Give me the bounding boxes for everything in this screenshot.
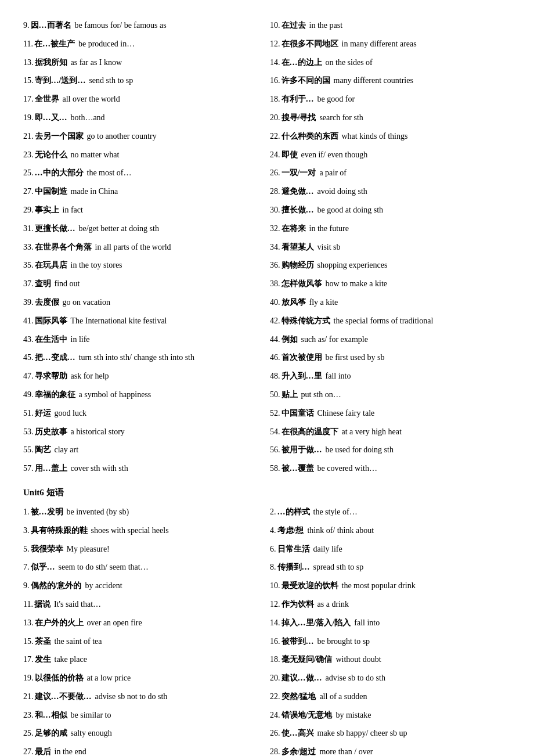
- item-zh: 发生: [35, 653, 51, 667]
- list-item: 58.被…覆盖be covered with…: [270, 460, 511, 477]
- list-item: 41.国际风筝The International kite festival: [23, 313, 264, 329]
- list-item: 56.被用于做…be used for doing sth: [270, 442, 511, 458]
- item-zh: 例如: [282, 333, 298, 347]
- item-en: the saint of tea: [55, 635, 102, 649]
- item-en: a historical story: [71, 425, 125, 439]
- item-zh: 在…被生产: [34, 37, 75, 51]
- item-zh: 购物经历: [282, 258, 314, 272]
- item-num: 15.: [23, 74, 34, 88]
- item-zh: 有利于…: [282, 92, 314, 106]
- item-en: advise sb to do sth: [326, 671, 385, 685]
- item-num: 7.: [23, 560, 30, 574]
- item-num: 57.: [23, 462, 34, 476]
- item-num: 13.: [23, 616, 34, 630]
- list-item: 18.毫无疑问/确信without doubt: [270, 651, 511, 668]
- item-num: 9.: [23, 19, 30, 33]
- list-item: 11.在…被生产be produced in…: [23, 36, 264, 52]
- list-item: 38.怎样做风筝how to make a kite: [270, 276, 511, 292]
- item-en: daily life: [313, 542, 342, 556]
- list-item: 21.建议…不要做…advise sb not to do sth: [23, 689, 264, 705]
- list-item: 28.多余/超过more than / over: [270, 744, 511, 756]
- item-zh: 毫无疑问/确信: [282, 653, 333, 667]
- item-en: be famous for/ be famous as: [75, 19, 167, 33]
- list-item: 51.好运good luck: [23, 405, 264, 422]
- list-item: 42.特殊传统方式the special forms of traditiona…: [270, 313, 511, 329]
- item-en: avoid doing sth: [317, 185, 367, 199]
- item-zh: 特殊传统方式: [282, 314, 330, 328]
- item-zh: 看望某人: [282, 240, 314, 254]
- list-item: 16.许多不同的国many different countries: [270, 73, 511, 89]
- list-item: 23.无论什么no matter what: [23, 147, 264, 163]
- item-num: 14.: [270, 56, 280, 70]
- item-en: in life: [71, 333, 90, 347]
- item-num: 24.: [270, 148, 280, 162]
- item-zh: 把…变成…: [35, 351, 75, 365]
- item-zh: 放风筝: [282, 296, 306, 309]
- list-item: 49.幸福的象征a symbol of happiness: [23, 387, 264, 403]
- item-num: 16.: [270, 635, 280, 649]
- item-zh: 茶圣: [35, 635, 51, 649]
- list-item: 15.寄到…/送到…send sth to sp: [23, 73, 264, 89]
- item-zh: 好运: [35, 406, 51, 420]
- item-en: go to another country: [87, 129, 157, 143]
- item-en: The International kite festival: [71, 314, 167, 328]
- list-item: 13.在户外的火上over an open fire: [23, 615, 264, 631]
- item-num: 11.: [23, 37, 33, 51]
- list-item: 3.具有特殊跟的鞋shoes with special heels: [23, 523, 264, 539]
- item-zh: 似乎…: [31, 560, 55, 574]
- item-zh: 考虑/想: [277, 524, 304, 538]
- list-item: 10.在过去in the past: [270, 17, 511, 34]
- item-zh: 去另一个国家: [35, 129, 84, 143]
- item-num: 49.: [23, 388, 34, 402]
- list-item: 9.因…而著名be famous for/ be famous as: [23, 17, 264, 34]
- item-zh: 多余/超过: [282, 745, 316, 756]
- item-zh: 在将来: [282, 222, 306, 236]
- item-num: 56.: [270, 443, 280, 457]
- item-zh: 最后: [35, 745, 51, 756]
- item-en: over an open fire: [87, 616, 142, 630]
- item-num: 2.: [270, 505, 276, 519]
- item-num: 23.: [23, 708, 34, 722]
- item-num: 36.: [270, 258, 280, 272]
- list-item: 7.似乎…seem to do sth/ seem that…: [23, 559, 264, 575]
- item-zh: 无论什么: [35, 148, 67, 162]
- list-item: 20.搜寻/寻找search for sth: [270, 110, 511, 126]
- item-en: take place: [55, 653, 87, 667]
- item-num: 45.: [23, 351, 34, 365]
- item-num: 20.: [270, 111, 280, 125]
- list-item: 17.全世界all over the world: [23, 91, 264, 107]
- list-item: 5.我很荣幸My pleasure!: [23, 541, 264, 557]
- list-item: 35.在玩具店in the toy stores: [23, 257, 264, 273]
- item-en: be produced in…: [78, 37, 135, 51]
- list-item: 21.去另一个国家go to another country: [23, 128, 264, 145]
- list-item: 48.升入到…里fall into: [270, 368, 511, 384]
- list-item: 30.擅长做…be good at doing sth: [270, 202, 511, 218]
- item-zh: 被带到…: [282, 635, 314, 649]
- item-zh: …中的大部分: [35, 166, 84, 180]
- item-en: spread sth to sp: [313, 560, 364, 574]
- list-item: 23.和…相似be similar to: [23, 707, 264, 723]
- item-en: fall into: [326, 369, 351, 383]
- list-item: 10.最受欢迎的饮料the most popular drink: [270, 578, 511, 594]
- item-en: be used for doing sth: [326, 443, 394, 457]
- item-num: 55.: [23, 443, 34, 457]
- item-en: all over the world: [63, 92, 120, 106]
- list-item: 29.事实上in fact: [23, 202, 264, 218]
- item-zh: 足够的咸: [35, 726, 67, 740]
- item-zh: 避免做…: [282, 185, 314, 199]
- item-zh: 在很高的温度下: [282, 425, 338, 439]
- item-en: in the future: [309, 222, 349, 236]
- item-en: make sb happy/ cheer sb up: [317, 726, 407, 740]
- item-en: on the sides of: [326, 56, 373, 70]
- item-num: 38.: [270, 277, 280, 291]
- item-num: 52.: [270, 406, 280, 420]
- item-zh: 怎样做风筝: [282, 277, 322, 291]
- item-en: send sth to sp: [89, 74, 133, 88]
- item-en: in the toy stores: [71, 258, 122, 272]
- list-item: 16.被带到…be brought to sp: [270, 633, 511, 650]
- item-zh: 更擅长做…: [35, 222, 75, 236]
- item-en: both…and: [71, 111, 105, 125]
- item-num: 22.: [270, 690, 280, 704]
- item-zh: 中国童话: [282, 406, 314, 420]
- item-zh: 首次被使用: [282, 351, 322, 365]
